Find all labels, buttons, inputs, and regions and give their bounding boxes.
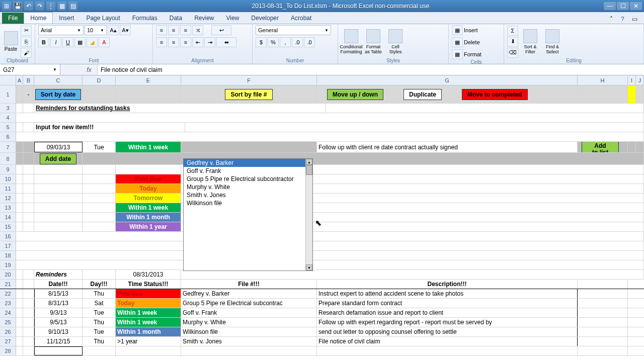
cell[interactable] xyxy=(34,222,83,231)
row-header[interactable]: 28 xyxy=(0,346,16,355)
decrease-decimal-icon[interactable]: .0 xyxy=(304,37,315,47)
cell[interactable] xyxy=(116,165,181,174)
cell[interactable] xyxy=(628,142,636,152)
reminders-date-cell[interactable]: 08/31/2013 xyxy=(116,270,181,279)
align-right-icon[interactable]: ≡ xyxy=(180,37,191,47)
legend-month[interactable]: Within 1 month xyxy=(116,213,181,222)
cell[interactable] xyxy=(16,222,23,231)
heading-cell[interactable]: Reminders for outstanding tasks xyxy=(34,104,326,113)
qat-icon[interactable]: ▤ xyxy=(68,2,77,11)
move-up-down-button[interactable]: Move up / down xyxy=(327,89,383,100)
cell[interactable] xyxy=(578,346,628,355)
cell[interactable] xyxy=(116,346,181,355)
header-date[interactable]: Date!!! xyxy=(34,280,83,289)
italic-button[interactable]: I xyxy=(50,37,61,47)
legend-week[interactable]: Within 1 week xyxy=(116,203,181,212)
cell[interactable] xyxy=(23,327,34,336)
cell[interactable] xyxy=(23,270,34,279)
cell-status[interactable]: >1 year xyxy=(116,337,181,346)
row-header[interactable]: 10 xyxy=(0,174,16,184)
cell-status[interactable]: Within 1 week xyxy=(116,308,181,317)
cell[interactable] xyxy=(578,289,628,298)
cell-date[interactable]: 8/31/13 xyxy=(34,299,83,308)
row-header[interactable]: 12 xyxy=(0,194,16,203)
legend-year[interactable]: Within 1 year xyxy=(116,222,181,231)
table-row[interactable]: 269/10/13TueWithin 1 monthWilkinson file… xyxy=(0,327,644,337)
cell-desc[interactable]: Prepare standard form contract xyxy=(317,299,578,308)
row-header[interactable]: 5 xyxy=(0,123,16,132)
input-label-cell[interactable]: Input for new item!!! xyxy=(34,123,185,132)
cell[interactable] xyxy=(23,346,34,355)
cell[interactable] xyxy=(23,280,34,289)
cell[interactable] xyxy=(83,213,116,222)
header-desc[interactable]: Description!!! xyxy=(317,280,578,289)
cell[interactable] xyxy=(16,251,644,260)
help-icon[interactable]: ? xyxy=(621,16,629,24)
orientation-icon[interactable]: ⤭ xyxy=(192,25,203,35)
align-left-icon[interactable]: ≡ xyxy=(156,37,167,47)
cell[interactable] xyxy=(16,132,644,141)
tab-page-layout[interactable]: Page Layout xyxy=(80,13,126,24)
row-header[interactable]: 18 xyxy=(0,251,16,260)
row-header[interactable]: 25 xyxy=(0,318,16,327)
row-header[interactable]: 6 xyxy=(0,132,16,141)
cell-date[interactable]: 9/10/13 xyxy=(34,327,83,336)
paste-button[interactable]: Paste xyxy=(3,28,19,56)
col-header[interactable]: B xyxy=(23,75,34,85)
file-dropdown[interactable]: Gedfrey v. Barker Goff v. Frank Group 5 … xyxy=(183,158,313,271)
minimize-ribbon-icon[interactable]: ˄ xyxy=(610,16,618,24)
fill-color-button[interactable]: ◢ xyxy=(87,37,98,47)
row-header[interactable]: 24 xyxy=(0,308,16,317)
save-icon[interactable]: 💾 xyxy=(13,2,22,11)
add-to-list-button[interactable]: Add to list xyxy=(582,142,619,152)
cell[interactable] xyxy=(16,123,23,132)
format-label[interactable]: Format xyxy=(464,51,481,57)
cell[interactable] xyxy=(181,142,317,152)
row-header[interactable]: 17 xyxy=(0,241,16,250)
row-header[interactable]: 15 xyxy=(0,222,16,231)
row-header[interactable]: 23 xyxy=(0,299,16,308)
table-row[interactable]: 238/31/13SatTodayGroup 5 Pipe re Electri… xyxy=(0,299,644,308)
bold-button[interactable]: B xyxy=(38,37,49,47)
cell[interactable] xyxy=(16,260,644,269)
cell[interactable] xyxy=(16,203,23,212)
delete-label[interactable]: Delete xyxy=(464,39,480,45)
row-header[interactable]: 16 xyxy=(0,232,16,241)
cell-status[interactable]: Past Due xyxy=(116,289,181,298)
col-header[interactable]: I xyxy=(628,75,636,85)
cell[interactable] xyxy=(116,85,181,103)
name-box[interactable]: G27▼ xyxy=(0,64,60,75)
cell[interactable] xyxy=(16,308,23,317)
qat-icon[interactable]: ⋮ xyxy=(46,2,55,11)
cell-date[interactable]: 8/15/13 xyxy=(34,289,83,298)
increase-decimal-icon[interactable]: .0 xyxy=(292,37,303,47)
format-painter-icon[interactable]: 🖌 xyxy=(21,48,32,58)
fx-icon[interactable]: fx xyxy=(83,66,95,73)
find-select-button[interactable]: Find & Select xyxy=(542,28,562,56)
cell-day[interactable]: Thu xyxy=(83,289,116,298)
delete-cells-icon[interactable]: ▦ xyxy=(452,37,463,47)
clear-icon[interactable]: ⌫ xyxy=(507,48,518,58)
input-date-cell[interactable]: 09/03/13 xyxy=(34,142,83,152)
cell[interactable] xyxy=(16,318,23,327)
cell[interactable] xyxy=(636,85,644,103)
window-control-icon[interactable]: ▭ xyxy=(632,16,640,24)
cell[interactable] xyxy=(16,174,23,184)
row-header[interactable]: 20 xyxy=(0,270,16,279)
cell[interactable] xyxy=(16,165,23,174)
tab-file[interactable]: File xyxy=(2,13,24,24)
tab-formulas[interactable]: Formulas xyxy=(126,13,164,24)
cell-status[interactable]: Within 1 week xyxy=(116,318,181,327)
col-header[interactable]: D xyxy=(83,75,116,85)
cell[interactable] xyxy=(578,308,628,317)
tab-data[interactable]: Data xyxy=(164,13,188,24)
cell-day[interactable]: Tue xyxy=(83,308,116,317)
underline-button[interactable]: U xyxy=(62,37,73,47)
cell[interactable] xyxy=(628,85,636,103)
cell-file[interactable]: Goff v. Frank xyxy=(181,308,317,317)
cell[interactable] xyxy=(83,194,116,203)
autosum-icon[interactable]: Σ xyxy=(507,26,518,36)
decrease-font-icon[interactable]: A▾ xyxy=(120,25,131,35)
cell[interactable] xyxy=(578,327,628,336)
reminders-label-cell[interactable]: Reminders xyxy=(34,270,83,279)
